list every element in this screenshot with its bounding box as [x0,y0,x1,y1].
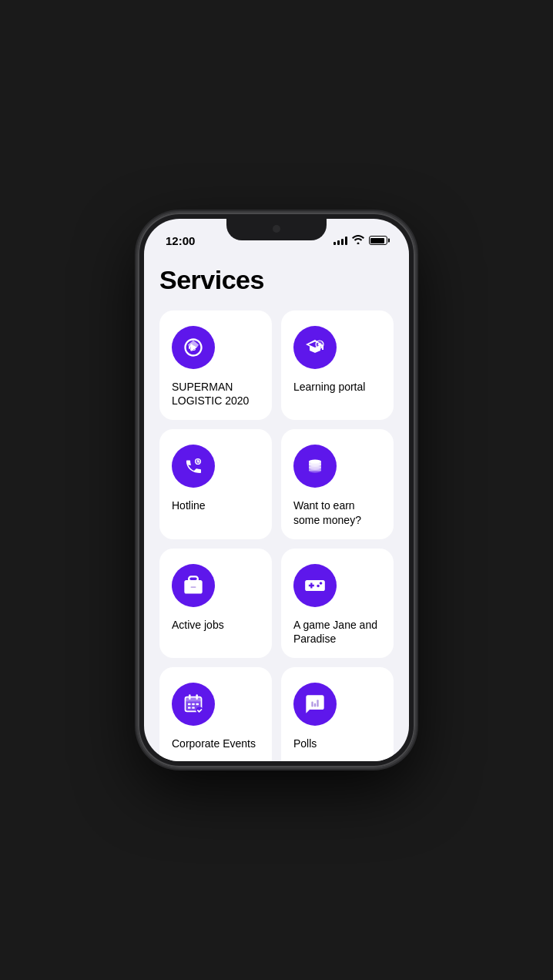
game-icon [293,564,337,607]
phone-frame: 12:00 Services [138,213,415,767]
svg-rect-26 [311,702,313,707]
hotline-icon [172,445,215,488]
card-label-superman: SUPERMAN LOGISTIC 2020 [172,380,260,408]
svg-rect-27 [314,703,316,707]
svg-rect-22 [196,703,199,705]
notch [226,219,327,240]
card-learning-portal[interactable]: Learning portal [281,310,394,420]
card-game[interactable]: A game Jane and Paradise [281,549,394,658]
card-polls[interactable]: Polls [281,667,394,761]
status-time: 12:00 [166,234,195,247]
svg-rect-21 [192,703,195,705]
svg-text:S: S [191,344,196,352]
wifi-icon [352,235,364,247]
svg-rect-28 [317,700,318,706]
svg-rect-20 [188,703,191,705]
jobs-icon [172,564,215,607]
card-label-earn: Want to earn some money? [293,498,381,526]
battery-icon [369,236,387,245]
card-active-jobs[interactable]: Active jobs [159,549,272,658]
card-label-learning: Learning portal [293,380,365,394]
superman-icon: S [172,326,215,369]
card-label-hotline: Hotline [172,498,206,512]
learning-icon [293,326,337,369]
svg-point-14 [309,460,321,464]
svg-rect-24 [192,707,195,709]
services-grid: S SUPERMAN LOGISTIC 2020 Learning portal [159,310,394,761]
svg-rect-15 [191,586,196,588]
card-earn-money[interactable]: Want to earn some money? [281,429,394,539]
phone-screen: 12:00 Services [144,219,409,761]
calendar-icon [172,683,215,726]
signal-icon [333,236,347,245]
card-label-game: A game Jane and Paradise [293,618,381,646]
card-hotline[interactable]: Hotline [159,429,272,539]
svg-line-4 [321,346,323,347]
svg-rect-23 [188,707,191,709]
polls-icon [293,683,337,726]
card-label-polls: Polls [293,737,317,750]
card-superman-logistic[interactable]: S SUPERMAN LOGISTIC 2020 [159,310,272,420]
earn-icon [293,445,337,488]
svg-rect-17 [186,697,202,702]
status-icons [333,235,387,247]
page-title: Services [159,265,394,295]
card-label-corporate: Corporate Events [172,737,256,750]
screen-content[interactable]: Services S [144,253,409,761]
card-corporate-events[interactable]: Corporate Events [159,667,272,761]
notch-camera [273,225,280,233]
card-label-jobs: Active jobs [172,618,224,632]
